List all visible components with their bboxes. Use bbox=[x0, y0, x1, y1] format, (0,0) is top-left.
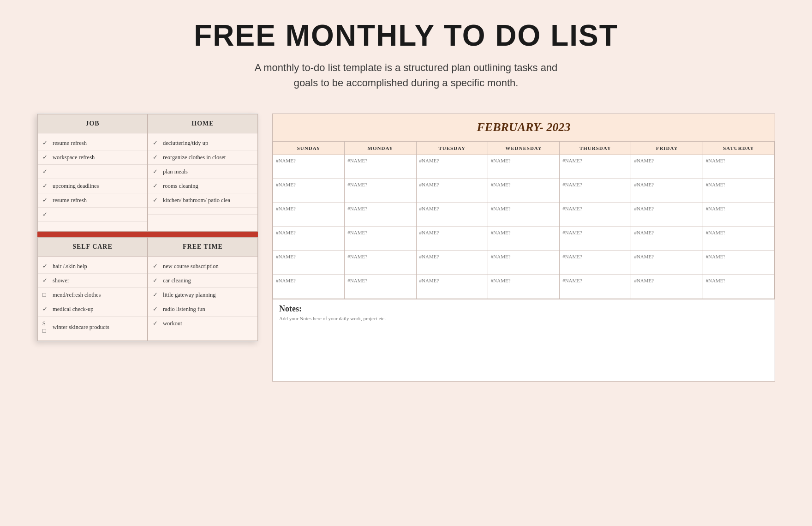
free-time-header: FREE TIME bbox=[148, 238, 257, 257]
content-area: JOB ✓resume refresh ✓workspace refresh ✓… bbox=[0, 100, 812, 395]
day-header-monday: MONDAY bbox=[345, 142, 416, 155]
list-item: ✓shower bbox=[38, 274, 147, 288]
calendar-cell: #NAME? bbox=[488, 155, 559, 179]
calendar-cell: #NAME? bbox=[345, 227, 416, 251]
calendar-cell: #NAME? bbox=[560, 227, 631, 251]
list-item: ✓reorganize clothes in closet bbox=[148, 150, 257, 165]
calendar-cell: #NAME? bbox=[631, 155, 703, 179]
calendar-row: #NAME?#NAME?#NAME?#NAME?#NAME?#NAME?#NAM… bbox=[273, 227, 775, 251]
calendar-cell: #NAME? bbox=[345, 179, 416, 203]
list-item: ✓radio listening fun bbox=[148, 302, 257, 317]
list-item bbox=[38, 222, 147, 228]
day-header-tuesday: TUESDAY bbox=[416, 142, 488, 155]
list-item: ✓plan meals bbox=[148, 165, 257, 179]
calendar-cell: #NAME? bbox=[488, 275, 559, 299]
list-item: ✓medical check-up bbox=[38, 302, 147, 317]
list-item: ✓car cleaning bbox=[148, 274, 257, 288]
check-icon: ✓ bbox=[153, 291, 159, 299]
check-icon: ✓ bbox=[153, 154, 159, 161]
item-text: upcoming deadlines bbox=[53, 183, 99, 190]
calendar-cell: #NAME? bbox=[488, 251, 559, 275]
list-item: ✓rooms cleaning bbox=[148, 179, 257, 193]
notes-body bbox=[279, 321, 768, 377]
item-text: reorganize clothes in closet bbox=[163, 154, 226, 161]
day-header-saturday: SATURDAY bbox=[703, 142, 774, 155]
item-text: new course subscription bbox=[163, 263, 219, 270]
calendar-cell: #NAME? bbox=[631, 227, 703, 251]
check-icon: ✓ bbox=[42, 197, 49, 204]
item-text: resume refresh bbox=[53, 140, 87, 147]
calendar-cell: #NAME? bbox=[416, 227, 488, 251]
calendar-cell: #NAME? bbox=[488, 203, 559, 227]
list-item: ✓ bbox=[38, 165, 147, 179]
notes-section: Notes: Add your Notes here of your daily… bbox=[273, 299, 775, 381]
calendar-cell: #NAME? bbox=[273, 251, 345, 275]
calendar-cell: #NAME? bbox=[703, 227, 774, 251]
calendar-cell: #NAME? bbox=[273, 227, 345, 251]
check-icon: ✓ bbox=[153, 139, 159, 147]
red-divider bbox=[37, 232, 258, 237]
calendar-title: FEBRUARY- 2023 bbox=[273, 114, 775, 141]
calendar-cell: #NAME? bbox=[416, 251, 488, 275]
self-care-section: SELF CARE ✓hair /.skin help ✓shower □men… bbox=[37, 237, 148, 341]
item-text: workout bbox=[163, 320, 182, 327]
calendar-cell: #NAME? bbox=[273, 275, 345, 299]
calendar-cell: #NAME? bbox=[703, 203, 774, 227]
list-item: ✓ bbox=[38, 208, 147, 222]
calendar-row: #NAME?#NAME?#NAME?#NAME?#NAME?#NAME?#NAM… bbox=[273, 179, 775, 203]
page-subtitle: A monthly to-do list template is a struc… bbox=[9, 60, 803, 90]
calendar-cell: #NAME? bbox=[703, 179, 774, 203]
check-icon: ✓ bbox=[42, 139, 49, 147]
calendar-row: #NAME?#NAME?#NAME?#NAME?#NAME?#NAME?#NAM… bbox=[273, 275, 775, 299]
check-icon: ✓ bbox=[153, 168, 159, 175]
calendar-cell: #NAME? bbox=[560, 179, 631, 203]
calendar-cell: #NAME? bbox=[560, 203, 631, 227]
list-item: ✓workspace refresh bbox=[38, 150, 147, 165]
check-icon: ✓ bbox=[42, 154, 49, 161]
calendar-cell: #NAME? bbox=[488, 227, 559, 251]
free-time-section: FREE TIME ✓new course subscription ✓car … bbox=[148, 237, 258, 341]
home-section: HOME ✓decluttering/tidy up ✓reorganize c… bbox=[148, 114, 258, 232]
list-item: ✓decluttering/tidy up bbox=[148, 136, 257, 150]
calendar-cell: #NAME? bbox=[560, 275, 631, 299]
calendar-table: SUNDAY MONDAY TUESDAY WEDNESDAY THURSDAY… bbox=[273, 141, 775, 299]
item-text: shower bbox=[53, 277, 69, 284]
item-text: resume refresh bbox=[53, 197, 87, 204]
check-icon: ✓ bbox=[153, 277, 159, 284]
check-icon: ✓ bbox=[153, 263, 159, 270]
notes-label: Notes: bbox=[279, 304, 768, 314]
check-icon: ✓ bbox=[153, 197, 159, 204]
day-header-thursday: THURSDAY bbox=[560, 142, 631, 155]
item-text: decluttering/tidy up bbox=[163, 140, 208, 147]
calendar-cell: #NAME? bbox=[345, 203, 416, 227]
list-item: ✓kitchen/ bathroom/ patio clea bbox=[148, 193, 257, 208]
check-icon: ✓ bbox=[42, 168, 49, 175]
free-time-items: ✓new course subscription ✓car cleaning ✓… bbox=[148, 257, 257, 340]
item-text: hair /.skin help bbox=[53, 263, 87, 270]
calendar-row: #NAME?#NAME?#NAME?#NAME?#NAME?#NAME?#NAM… bbox=[273, 251, 775, 275]
list-item: ✓resume refresh bbox=[38, 136, 147, 150]
item-text: medical check-up bbox=[53, 306, 94, 313]
calendar-cell: #NAME? bbox=[416, 179, 488, 203]
calendar-cell: #NAME? bbox=[273, 203, 345, 227]
list-item bbox=[148, 215, 257, 221]
item-text: winter skincare products bbox=[53, 324, 109, 331]
calendar-cell: #NAME? bbox=[631, 251, 703, 275]
job-items: ✓resume refresh ✓workspace refresh ✓ ✓up… bbox=[38, 133, 147, 231]
notes-hint: Add your Notes here of your daily work, … bbox=[279, 316, 768, 321]
list-item bbox=[148, 208, 257, 215]
calendar-header-row: SUNDAY MONDAY TUESDAY WEDNESDAY THURSDAY… bbox=[273, 142, 775, 155]
item-text: rooms cleaning bbox=[163, 183, 198, 190]
item-text: kitchen/ bathroom/ patio clea bbox=[163, 197, 230, 204]
check-icon: ✓ bbox=[42, 277, 49, 284]
day-header-sunday: SUNDAY bbox=[273, 142, 345, 155]
calendar-cell: #NAME? bbox=[416, 275, 488, 299]
list-item: □mend/refresh clothes bbox=[38, 288, 147, 302]
calendar-row: #NAME?#NAME?#NAME?#NAME?#NAME?#NAME?#NAM… bbox=[273, 155, 775, 179]
check-icon: ✓ bbox=[42, 305, 49, 313]
left-panel: JOB ✓resume refresh ✓workspace refresh ✓… bbox=[37, 114, 258, 341]
calendar-cell: #NAME? bbox=[703, 155, 774, 179]
calendar-cell: #NAME? bbox=[345, 275, 416, 299]
calendar-cell: #NAME? bbox=[416, 155, 488, 179]
todo-top-grid: JOB ✓resume refresh ✓workspace refresh ✓… bbox=[37, 114, 258, 341]
